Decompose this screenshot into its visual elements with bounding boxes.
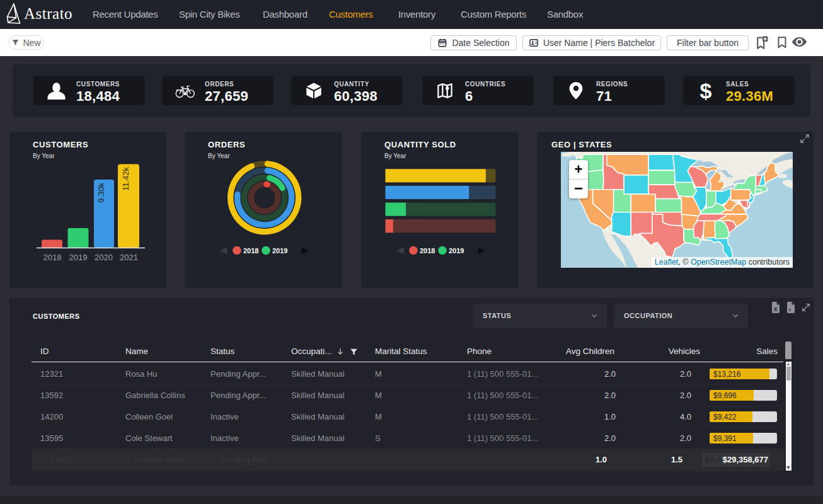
svg-text:2021: 2021 (120, 253, 138, 262)
svg-text:2019: 2019 (69, 253, 88, 262)
svg-text:2018: 2018 (43, 253, 62, 262)
svg-text:2020: 2020 (95, 253, 113, 262)
svg-text:9.30k: 9.30k (96, 183, 106, 203)
svg-text:11.42k: 11.42k (121, 167, 130, 192)
svg-text:2019: 2019 (449, 247, 464, 255)
svg-text:x: x (774, 306, 778, 312)
svg-text:2018: 2018 (243, 247, 258, 255)
svg-text:2018: 2018 (420, 247, 435, 255)
svg-text:,: , (789, 302, 791, 312)
svg-text:2019: 2019 (272, 247, 287, 255)
